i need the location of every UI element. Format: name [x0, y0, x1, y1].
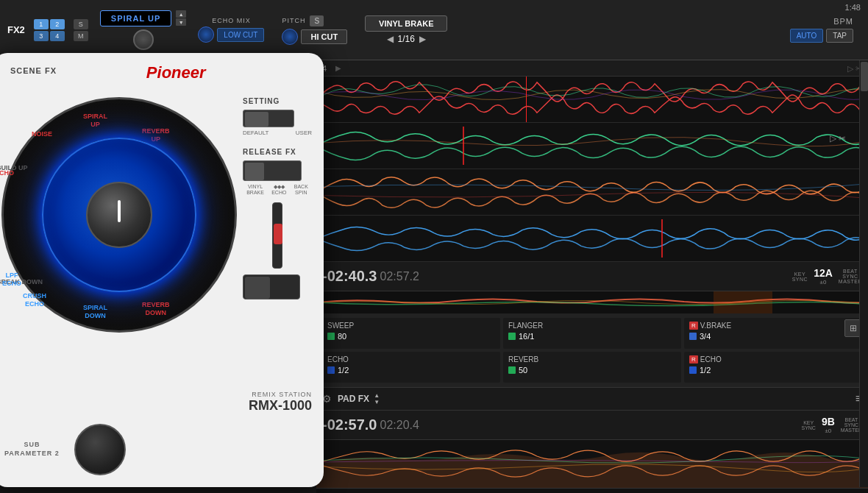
pad-fx-label: PAD FX — [338, 394, 369, 404]
main-knob[interactable] — [133, 29, 154, 50]
channel-buttons: 1 2 3 4 — [34, 19, 65, 41]
build-up-label: BUILD UP — [0, 164, 28, 172]
channel-1-btn[interactable]: 1 — [34, 19, 49, 29]
echo-mix-label: ECHO MIX — [212, 17, 251, 24]
lpf-echo-label: LPFECHO — [2, 272, 21, 288]
vinyl-brake-release-label: VINYLBRAKE — [246, 184, 264, 196]
center-knob[interactable] — [86, 182, 152, 248]
channel-2-btn[interactable]: 2 — [50, 19, 65, 29]
waveform-svg-1 — [316, 77, 868, 122]
tap-button[interactable]: TAP — [826, 29, 853, 43]
waveform-track-4: 4 — [316, 216, 868, 262]
pioneer-device: SCENE FX Pioneer ECHO NOISE SPIRALUP REV… — [0, 53, 324, 487]
echo-mix-knob[interactable] — [198, 26, 214, 43]
track-header: 4 ▶ ▷ ✂ — [316, 60, 868, 77]
flanger-value: 16/1 — [519, 332, 534, 341]
low-cut-button[interactable]: LOW CUT — [217, 28, 264, 42]
fader-thumb — [274, 224, 282, 244]
m-btn[interactable]: M — [74, 31, 88, 41]
echo2-value: 1/2 — [700, 366, 711, 375]
remix-station-block: REMIX STATION RMX-1000 — [235, 391, 312, 414]
echo-value: 1/2 — [338, 366, 349, 375]
release-fx-section: RELEASE FX VINYLBRAKE ◆◆◆ECHO BACKSPIN — [243, 148, 312, 299]
waveform-svg-3 — [316, 169, 868, 215]
setting-toggle-thumb — [245, 112, 268, 127]
r-badge-2: R — [689, 355, 698, 363]
cut-icons: ▷ ✂ — [830, 133, 846, 143]
noise-label: NOISE — [32, 130, 52, 138]
hi-cut-button[interactable]: HI CUT — [301, 29, 347, 44]
inner-blue-ring[interactable] — [42, 138, 196, 292]
time-sync-bar: -02:40.3 02:57.2 KEY SYNC 12A ±0 BEAT SY… — [316, 262, 868, 291]
effect-echo: ECHO 1/2 — [322, 352, 500, 383]
echo-color — [327, 366, 335, 374]
waveform-svg-2 — [316, 123, 868, 169]
channel-3-btn[interactable]: 3 — [34, 31, 49, 41]
pioneer-brand: Pioneer — [146, 63, 206, 82]
vinyl-brake-button[interactable]: VINYL BRAKE — [365, 15, 447, 32]
scrollbar-thumb[interactable] — [861, 62, 868, 91]
pitch-s-button[interactable]: S — [310, 15, 324, 26]
effect-sweep: SWEEP 80 — [322, 318, 500, 349]
fraction-left-arrow[interactable]: ◀ — [387, 34, 394, 44]
bottom-waveform-svg — [316, 440, 868, 488]
echo-mix-section: ECHO MIX LOW CUT — [198, 17, 264, 43]
key-value-block: 12A ±0 — [814, 267, 833, 285]
red-fader[interactable] — [272, 202, 282, 269]
remix-text: REMIX STATION — [235, 391, 312, 398]
key-sync-block2: KEY SYNC — [801, 420, 815, 430]
pitch-section: PITCH S HI CUT — [282, 15, 347, 45]
sweep-value: 80 — [338, 332, 346, 341]
expand-icon: ▶ — [335, 64, 341, 72]
effect-vbrake-label: R V.BRAKE — [689, 322, 857, 330]
vertical-scrollbar[interactable] — [859, 60, 868, 487]
key-value-block2: 9B ±0 — [822, 416, 835, 434]
key-offset: ±0 — [820, 279, 827, 285]
right-controls: SETTING DEFAULT USER RELEASE FX VINYLBRA… — [243, 97, 312, 299]
waveform-track-3: 3 — [316, 169, 868, 216]
playhead-1 — [526, 77, 527, 122]
setting-toggle[interactable] — [243, 110, 294, 127]
key-sync-block: KEY SYNC — [792, 272, 808, 282]
echo-release-label: ◆◆◆ECHO — [271, 184, 286, 196]
spiral-down-label: SPIRALDOWN — [83, 304, 107, 320]
crush-echo-label: CRUSHECHO — [23, 292, 46, 308]
big-toggle-thumb — [245, 277, 270, 299]
waveform-area: 4 ▶ ▷ ✂ 1 2 — [316, 60, 868, 493]
s-btn[interactable]: S — [74, 19, 88, 29]
key-value: 12A — [814, 267, 833, 279]
time-positive2: 02:20.4 — [380, 419, 419, 432]
spiral-down-arrow[interactable]: ▼ — [176, 18, 186, 26]
pitch-knob[interactable] — [282, 29, 298, 45]
outer-ring[interactable]: ECHO NOISE SPIRALUP REVERBUP BUILD UP BR… — [1, 97, 237, 333]
pad-fx-down-arrow[interactable]: ▼ — [374, 400, 380, 405]
effect-flanger-label: FLANGER — [508, 322, 676, 330]
pad-fx-arrows: ▲ ▼ — [374, 393, 380, 405]
pad-fx-bar: ⚙ PAD FX ▲ ▼ ≡ — [316, 387, 868, 411]
auto-button[interactable]: AUTO — [790, 29, 824, 43]
big-release-toggle[interactable] — [243, 274, 300, 299]
release-labels: VINYLBRAKE ◆◆◆ECHO BACKSPIN — [243, 184, 312, 196]
effect-echo-label: ECHO — [327, 355, 495, 363]
key-value2: 9B — [822, 416, 835, 428]
channel-4-btn[interactable]: 4 — [50, 31, 65, 41]
sub-param-section: SUBPARAMETER 2 — [4, 424, 312, 475]
overview-waveform — [316, 291, 868, 313]
fx2-label: FX2 — [7, 24, 25, 35]
default-label: DEFAULT — [243, 130, 268, 136]
release-fx-toggle[interactable] — [243, 160, 302, 181]
effect-reverb-label: REVERB — [508, 355, 676, 363]
pad-fx-up-arrow[interactable]: ▲ — [374, 393, 380, 399]
vbrake-value: 3/4 — [700, 332, 711, 341]
spiral-up-circle-label: SPIRALUP — [83, 113, 107, 129]
vbrake-color — [689, 333, 697, 340]
effect-vbrake: R V.BRAKE 3/4 — [684, 318, 862, 349]
time-negative2: -02:57.0 — [322, 416, 377, 433]
overview-svg — [316, 291, 868, 313]
waveform-svg-4 — [316, 216, 868, 261]
fraction-right-arrow[interactable]: ▶ — [419, 34, 426, 44]
sub-parameter-knob[interactable] — [74, 424, 126, 475]
spiral-up-button[interactable]: SPIRAL UP — [100, 10, 171, 26]
spiral-up-arrow[interactable]: ▲ — [176, 10, 186, 18]
setting-label: SETTING — [243, 97, 312, 105]
